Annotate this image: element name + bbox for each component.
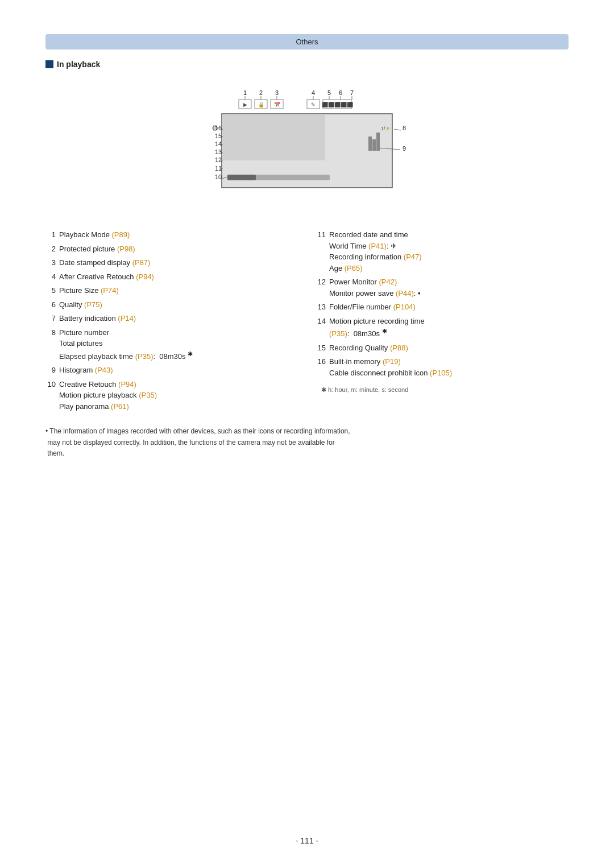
list-item: 13 Folder/File number (P104) <box>316 301 569 313</box>
svg-text:15: 15 <box>215 133 222 139</box>
list-item: 11 Recorded date and time World Time (P4… <box>316 229 569 274</box>
svg-text:⬛⬛⬛⬛⬛: ⬛⬛⬛⬛⬛ <box>322 101 354 108</box>
list-item: 14 Motion picture recording time (P35): … <box>316 316 569 340</box>
list-item: 16 Built-in memory (P19) Cable disconnec… <box>316 356 569 378</box>
list-item: 12 Power Monitor (P42) Monitor power sav… <box>316 276 569 299</box>
svg-rect-45 <box>368 137 372 151</box>
page-number: - 111 - <box>296 836 318 845</box>
svg-text:14: 14 <box>215 140 222 147</box>
svg-text:✎: ✎ <box>311 102 316 108</box>
list-item: 8 Picture number Total pictures Elapsed … <box>45 327 298 362</box>
svg-text:3: 3 <box>275 89 279 96</box>
svg-text:13: 13 <box>215 148 222 155</box>
svg-text:▶: ▶ <box>243 102 247 108</box>
note-section: • The information of images recorded wit… <box>45 426 569 459</box>
header-text: Others <box>296 38 318 46</box>
svg-rect-52 <box>227 175 256 180</box>
lists-container: 1 Playback Mode (P89) 2 Protected pictur… <box>45 229 569 415</box>
svg-rect-50 <box>223 115 325 160</box>
svg-text:5: 5 <box>327 89 331 96</box>
svg-text:9: 9 <box>403 145 406 152</box>
list-item: 7 Battery indication (P14) <box>45 313 298 324</box>
svg-rect-46 <box>372 139 376 151</box>
svg-text:7: 7 <box>350 89 354 96</box>
svg-text:E: E <box>387 126 390 131</box>
svg-text:12: 12 <box>215 156 222 163</box>
svg-text:6: 6 <box>339 89 342 96</box>
svg-text:1/: 1/ <box>381 126 385 131</box>
list-item: 2 Protected picture (P98) <box>45 243 298 255</box>
header-banner: Others <box>45 34 569 49</box>
svg-text:🔒: 🔒 <box>258 101 265 108</box>
list-item: 6 Quality (P75) <box>45 299 298 311</box>
list-column-right: 11 Recorded date and time World Time (P4… <box>316 229 569 415</box>
svg-text:8: 8 <box>403 125 406 131</box>
note-text: • The information of images recorded wit… <box>45 427 350 457</box>
list-item: 5 Picture Size (P74) <box>45 285 298 296</box>
section-title: In playback <box>45 60 569 69</box>
playback-diagram: ▶ 🔒 📅 ✎ ⬛⬛⬛⬛⬛ 1 2 3 4 5 6 7 <box>171 82 443 213</box>
svg-text:11: 11 <box>215 165 222 172</box>
list-item: 4 After Creative Retouch (P94) <box>45 271 298 283</box>
svg-text:2: 2 <box>259 89 263 96</box>
diagram-area: ▶ 🔒 📅 ✎ ⬛⬛⬛⬛⬛ 1 2 3 4 5 6 7 <box>45 82 569 213</box>
section-title-text: In playback <box>57 60 100 69</box>
page-container: Others In playback ▶ 🔒 📅 ✎ ⬛⬛⬛⬛⬛ <box>0 0 614 868</box>
list-item: 3 Date stamped display (P87) <box>45 257 298 268</box>
svg-text:📅: 📅 <box>274 101 281 108</box>
list-item: 10 Creative Retouch (P94) Motion picture… <box>45 379 298 412</box>
svg-line-33 <box>394 129 401 130</box>
list-item: 9 Histogram (P43) <box>45 365 298 376</box>
title-square-icon <box>45 60 53 68</box>
list-item: 15 Recording Quality (P88) <box>316 342 569 354</box>
list-item: 1 Playback Mode (P89) <box>45 229 298 241</box>
svg-rect-47 <box>376 133 380 151</box>
list-column-left: 1 Playback Mode (P89) 2 Protected pictur… <box>45 229 298 415</box>
svg-text:4: 4 <box>312 89 315 96</box>
svg-text:1: 1 <box>243 89 247 96</box>
footnote: ✱ h: hour, m: minute, s: second <box>316 386 569 394</box>
